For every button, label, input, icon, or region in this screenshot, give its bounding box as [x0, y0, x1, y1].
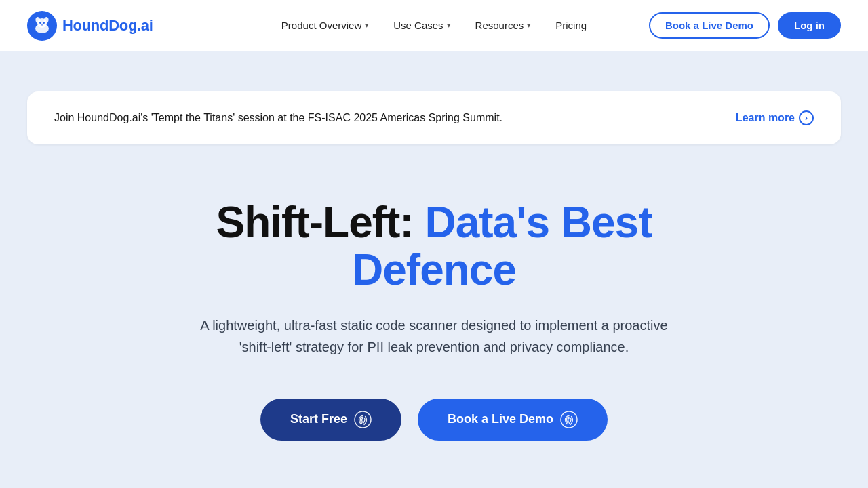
use-cases-chevron-icon: ▾ [447, 21, 451, 30]
main-content: Join HoundDog.ai's 'Tempt the Titans' se… [0, 51, 868, 488]
hounddog-logo-icon [27, 11, 57, 41]
svg-point-6 [43, 22, 45, 24]
hero-section: Shift-Left: Data's Best Defence A lightw… [129, 199, 739, 358]
logo-container[interactable]: HoundDog.ai [27, 11, 153, 41]
product-overview-chevron-icon: ▾ [365, 21, 369, 30]
learn-more-link[interactable]: Learn more › [736, 110, 814, 125]
resources-chevron-icon: ▾ [527, 21, 531, 30]
logo-text: HoundDog.ai [62, 17, 153, 35]
announcement-text: Join HoundDog.ai's 'Tempt the Titans' se… [54, 112, 502, 124]
nav-use-cases[interactable]: Use Cases ▾ [382, 14, 461, 37]
svg-point-9 [561, 411, 577, 428]
fingerprint-icon-start [354, 411, 372, 428]
svg-point-5 [39, 22, 41, 24]
hero-subtitle: A lightweight, ultra-fast static code sc… [129, 314, 739, 358]
navbar: HoundDog.ai Product Overview ▾ Use Cases… [0, 0, 868, 51]
book-demo-hero-button[interactable]: Book a Live Demo [418, 399, 608, 441]
navbar-actions: Book a Live Demo Log in [649, 12, 841, 39]
nav-product-overview[interactable]: Product Overview ▾ [271, 14, 380, 37]
svg-point-7 [41, 24, 43, 25]
cta-buttons: Start Free Book a Live Demo [260, 399, 608, 441]
start-free-button[interactable]: Start Free [260, 399, 401, 441]
book-demo-nav-button[interactable]: Book a Live Demo [649, 12, 770, 39]
fingerprint-icon-demo [560, 411, 578, 428]
main-nav: Product Overview ▾ Use Cases ▾ Resources… [271, 14, 597, 37]
learn-more-chevron-icon: › [799, 110, 814, 125]
nav-resources[interactable]: Resources ▾ [465, 14, 542, 37]
svg-point-8 [355, 411, 371, 428]
nav-pricing[interactable]: Pricing [545, 14, 597, 37]
hero-title: Shift-Left: Data's Best Defence [129, 199, 739, 294]
login-button[interactable]: Log in [778, 12, 841, 39]
announcement-banner: Join HoundDog.ai's 'Tempt the Titans' se… [27, 92, 841, 144]
